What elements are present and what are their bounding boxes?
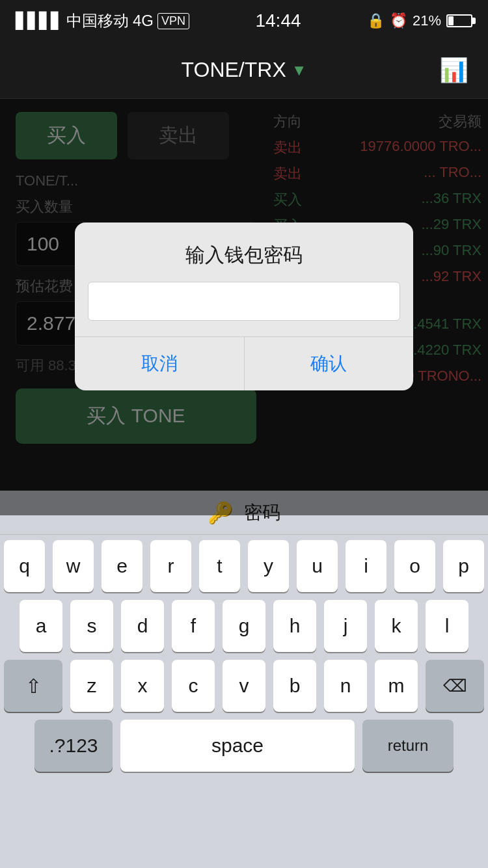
keyboard-row-3: ⇧ z x c v b n m ⌫ bbox=[4, 660, 484, 712]
battery-icon bbox=[446, 14, 472, 27]
carrier-label: 中国移动 bbox=[66, 10, 129, 31]
cancel-button[interactable]: 取消 bbox=[75, 337, 245, 390]
status-bar: ▋▋▋▋ 中国移动 4G VPN 14:44 🔒 ⏰ 21% bbox=[0, 0, 488, 42]
dialog-buttons: 取消 确认 bbox=[75, 336, 413, 390]
battery-label: 21% bbox=[413, 12, 441, 29]
pair-label: TONE/TRX bbox=[182, 58, 286, 82]
key-r[interactable]: r bbox=[150, 540, 191, 592]
key-a[interactable]: a bbox=[20, 600, 62, 652]
lock-icon: 🔒 bbox=[367, 12, 385, 29]
key-u[interactable]: u bbox=[297, 540, 338, 592]
key-q[interactable]: q bbox=[4, 540, 45, 592]
key-d[interactable]: d bbox=[121, 600, 164, 652]
key-h[interactable]: h bbox=[273, 600, 316, 652]
alarm-icon: ⏰ bbox=[390, 12, 407, 29]
dialog-title: 输入钱包密码 bbox=[75, 223, 413, 282]
wallet-password-dialog: 输入钱包密码 取消 确认 bbox=[75, 223, 413, 390]
shift-key[interactable]: ⇧ bbox=[4, 660, 62, 712]
key-s[interactable]: s bbox=[70, 600, 113, 652]
key-m[interactable]: m bbox=[375, 660, 418, 712]
chevron-down-icon: ▼ bbox=[291, 61, 307, 79]
chart-icon[interactable]: 📊 bbox=[439, 57, 468, 84]
password-input[interactable] bbox=[88, 282, 400, 321]
key-o[interactable]: o bbox=[394, 540, 435, 592]
key-n[interactable]: n bbox=[324, 660, 367, 712]
top-nav: TONE/TRX ▼ 📊 bbox=[0, 42, 488, 99]
key-e[interactable]: e bbox=[102, 540, 142, 592]
network-label: 4G bbox=[133, 12, 154, 30]
keyboard-rows: q w e r t y u i o p a s d f g h j k l ⇧ … bbox=[0, 535, 488, 772]
key-x[interactable]: x bbox=[121, 660, 164, 712]
key-y[interactable]: y bbox=[248, 540, 289, 592]
keyboard-row-2: a s d f g h j k l bbox=[4, 600, 484, 652]
key-v[interactable]: v bbox=[223, 660, 265, 712]
pair-title[interactable]: TONE/TRX ▼ bbox=[182, 58, 307, 82]
key-f[interactable]: f bbox=[172, 600, 215, 652]
time-display: 14:44 bbox=[255, 10, 301, 31]
key-l[interactable]: l bbox=[426, 600, 468, 652]
keyboard-row-4: .?123 space return bbox=[4, 720, 484, 772]
key-j[interactable]: j bbox=[324, 600, 367, 652]
delete-key[interactable]: ⌫ bbox=[426, 660, 484, 712]
signal-icon: ▋▋▋▋ bbox=[16, 12, 62, 30]
return-key[interactable]: return bbox=[362, 720, 454, 772]
key-c[interactable]: c bbox=[172, 660, 215, 712]
keyboard-row-1: q w e r t y u i o p bbox=[4, 540, 484, 592]
status-carrier: ▋▋▋▋ 中国移动 4G VPN bbox=[16, 10, 189, 31]
key-g[interactable]: g bbox=[223, 600, 265, 652]
key-w[interactable]: w bbox=[53, 540, 94, 592]
dialog-input-wrap bbox=[88, 282, 400, 321]
switch-key[interactable]: .?123 bbox=[34, 720, 113, 772]
status-right: 🔒 ⏰ 21% bbox=[367, 12, 472, 29]
key-p[interactable]: p bbox=[443, 540, 484, 592]
key-i[interactable]: i bbox=[346, 540, 386, 592]
confirm-button[interactable]: 确认 bbox=[245, 337, 414, 390]
key-t[interactable]: t bbox=[199, 540, 240, 592]
vpn-badge: VPN bbox=[157, 13, 189, 29]
key-k[interactable]: k bbox=[375, 600, 418, 652]
key-b[interactable]: b bbox=[273, 660, 316, 712]
key-z[interactable]: z bbox=[70, 660, 113, 712]
space-key[interactable]: space bbox=[120, 720, 355, 772]
keyboard-area: 🔑 密码 q w e r t y u i o p a s d f g h j k… bbox=[0, 491, 488, 868]
